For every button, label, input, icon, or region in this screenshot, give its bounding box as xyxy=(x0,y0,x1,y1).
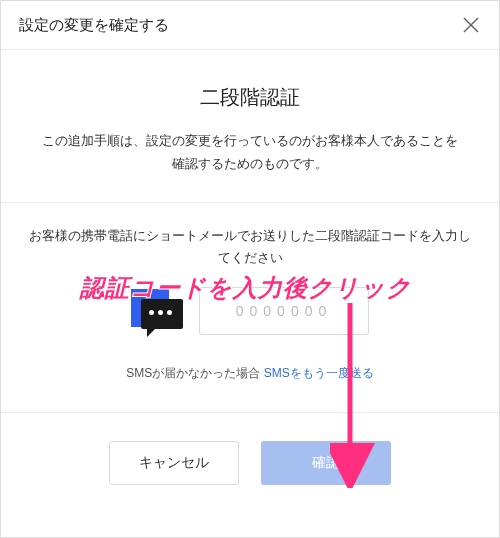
resend-label: SMSが届かなかった場合 xyxy=(126,366,263,380)
modal-header: 設定の変更を確定する xyxy=(1,1,499,50)
close-icon[interactable] xyxy=(461,15,481,35)
confirm-button[interactable]: 確認 xyxy=(261,441,391,485)
intro-section: 二段階認証 この追加手順は、設定の変更を行っているのがお客様本人であることを確認… xyxy=(1,50,499,203)
resend-sms-link[interactable]: SMSをもう一度送る xyxy=(264,366,374,380)
modal-title: 設定の変更を確定する xyxy=(19,16,169,35)
modal-footer: キャンセル 確認 xyxy=(1,413,499,513)
confirm-settings-modal: 設定の変更を確定する 二段階認証 この追加手順は、設定の変更を行っているのがお客… xyxy=(0,0,500,538)
resend-row: SMSが届かなかった場合 SMSをもう一度送る xyxy=(23,365,477,382)
cancel-button[interactable]: キャンセル xyxy=(109,441,239,485)
verification-code-input[interactable] xyxy=(199,287,369,335)
two-factor-description: この追加手順は、設定の変更を行っているのがお客様本人であることを確認するためのも… xyxy=(41,129,459,176)
code-row xyxy=(23,287,477,335)
code-prompt: お客様の携帯電話にショートメールでお送りした二段階認証コードを入力してください xyxy=(23,225,477,269)
two-factor-heading: 二段階認証 xyxy=(41,84,459,111)
sms-icon xyxy=(131,289,185,333)
code-section: お客様の携帯電話にショートメールでお送りした二段階認証コードを入力してください … xyxy=(1,203,499,413)
